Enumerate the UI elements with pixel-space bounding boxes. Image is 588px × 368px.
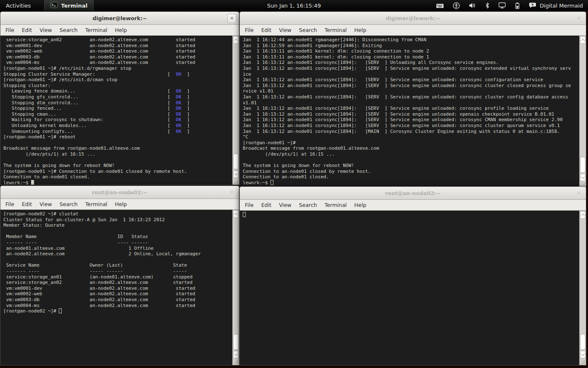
terminal-line: vm:vm0003-db an-node02.alteeve.com start… xyxy=(3,54,231,60)
terminal-line: Jan 1 16:13:12 an-node01 corosync[1894]:… xyxy=(243,66,578,71)
close-button[interactable]: × xyxy=(574,189,583,198)
close-button[interactable]: × xyxy=(227,14,236,23)
terminal-line: Stopping dlm_controld... [ OK ] xyxy=(3,100,231,106)
terminal-line xyxy=(3,140,231,146)
menu-file[interactable]: File xyxy=(241,27,257,33)
menu-help[interactable]: Help xyxy=(351,27,370,33)
scrollbar-trough[interactable] xyxy=(233,44,239,170)
menu-view[interactable]: View xyxy=(275,27,295,33)
menu-file[interactable]: File xyxy=(2,27,18,33)
scrollbar[interactable] xyxy=(579,211,586,365)
terminal-line xyxy=(3,257,231,263)
menu-file[interactable]: File xyxy=(2,201,18,207)
resize-grip[interactable] xyxy=(233,359,239,365)
app-menu-terminal[interactable]: Terminal xyxy=(44,0,94,11)
terminal-line: ^C xyxy=(243,134,578,140)
scrollbar-thumb[interactable] xyxy=(233,334,239,350)
scrollbar-thumb[interactable] xyxy=(233,154,239,169)
terminal-content[interactable] xyxy=(240,211,586,365)
menu-help[interactable]: Help xyxy=(111,201,131,207)
scroll-up-button[interactable] xyxy=(580,36,585,44)
terminal-cursor xyxy=(59,308,62,313)
menu-view[interactable]: View xyxy=(36,27,56,33)
scrollbar-thumb[interactable] xyxy=(580,334,585,350)
terminal-line: Leaving fence domain... [ OK ] xyxy=(3,88,231,94)
terminal-cursor xyxy=(243,212,246,217)
menu-file[interactable]: File xyxy=(241,202,257,208)
terminal-output: service:storage_an02 an-node02.alteeve.c… xyxy=(3,37,231,180)
menu-terminal[interactable]: Terminal xyxy=(321,202,351,208)
menu-search[interactable]: Search xyxy=(56,201,81,207)
terminal-window-bottom-right[interactable]: root@an-node02:~ × File Edit View Search… xyxy=(239,186,586,365)
battery-icon[interactable] xyxy=(514,2,520,9)
terminal-window-top-left[interactable]: digimer@lework:~ × File Edit View Search… xyxy=(0,11,239,185)
desktop[interactable]: { "top_bar": { "activities_label": "Acti… xyxy=(0,0,588,368)
scroll-up-button[interactable] xyxy=(580,211,585,219)
scroll-down-button[interactable] xyxy=(233,170,239,178)
terminal-line: Member Status: Quorate xyxy=(3,222,231,228)
menubar: File Edit View Search Terminal Help xyxy=(0,25,239,36)
scroll-down-button[interactable] xyxy=(233,351,239,358)
activities-button[interactable]: Activities xyxy=(0,0,37,11)
close-button[interactable]: × xyxy=(574,14,583,23)
titlebar[interactable]: digimer@lework:~ × xyxy=(240,12,586,25)
titlebar[interactable]: digimer@lework:~ × xyxy=(0,12,239,25)
close-button[interactable]: × xyxy=(227,188,236,197)
terminal-line: Jan 1 16:13:12 an-node01 corosync[1894]:… xyxy=(243,83,578,89)
prompt-line: lework:~$ xyxy=(243,180,578,186)
menu-search[interactable]: Search xyxy=(295,202,321,208)
scroll-down-button[interactable] xyxy=(580,174,585,181)
menu-view[interactable]: View xyxy=(36,201,56,207)
menu-search[interactable]: Search xyxy=(56,27,81,33)
resize-grip[interactable] xyxy=(233,178,239,185)
scrollbar[interactable] xyxy=(232,36,239,185)
volume-icon[interactable] xyxy=(469,2,476,9)
menu-terminal[interactable]: Terminal xyxy=(81,201,111,207)
keyboard-icon[interactable] xyxy=(436,3,444,9)
menu-terminal[interactable]: Terminal xyxy=(321,27,351,33)
terminal-cursor xyxy=(31,180,34,185)
terminal-app-icon xyxy=(50,2,58,10)
titlebar[interactable]: root@an-node02:~ × xyxy=(0,186,239,199)
terminal-output: [root@an-node02 ~]# clustatCluster Statu… xyxy=(3,211,231,308)
terminal-window-bottom-left[interactable]: root@an-node02:~ × File Edit View Search… xyxy=(0,185,239,365)
resize-grip[interactable] xyxy=(580,359,586,365)
menu-search[interactable]: Search xyxy=(295,27,321,33)
top-bar: Activities Terminal Sun Jan 1, 16:15:49 xyxy=(0,0,588,11)
terminal-content[interactable]: [root@an-node02 ~]# clustatCluster Statu… xyxy=(0,210,239,365)
terminal-line: The system is going down for reboot NOW! xyxy=(243,163,578,169)
terminal-line: [root@an-node01 ~]# Connection to an-nod… xyxy=(3,169,231,175)
menubar: File Edit View Search Terminal Help xyxy=(240,25,586,36)
prompt: lework:~$ xyxy=(3,180,31,185)
scroll-up-button[interactable] xyxy=(233,210,239,218)
scrollbar-trough[interactable] xyxy=(580,219,586,350)
terminal-line: Waiting for corosync to shutdown: [ OK ] xyxy=(3,117,231,123)
bluetooth-icon[interactable] xyxy=(485,2,490,9)
menu-edit[interactable]: Edit xyxy=(257,202,275,208)
scroll-down-button[interactable] xyxy=(580,351,585,358)
terminal-line: Unloading kernel modules... [ OK ] xyxy=(3,123,231,129)
menu-help[interactable]: Help xyxy=(111,27,131,33)
scrollbar[interactable] xyxy=(232,210,239,365)
scrollbar-thumb[interactable] xyxy=(580,157,585,173)
scroll-up-button[interactable] xyxy=(233,36,239,44)
accessibility-icon[interactable] xyxy=(453,2,460,9)
menu-edit[interactable]: Edit xyxy=(18,27,36,33)
display-icon[interactable] xyxy=(499,2,506,9)
menu-view[interactable]: View xyxy=(275,202,295,208)
scrollbar-trough[interactable] xyxy=(580,44,586,173)
scrollbar-trough[interactable] xyxy=(233,218,239,350)
terminal-window-top-right[interactable]: digimer@lework:~ × File Edit View Search… xyxy=(239,11,586,188)
terminal-line: Service Name Owner (Last) State xyxy=(3,262,231,268)
terminal-line: Jan 1 16:12:59 an-node01 rgmanager[2446]… xyxy=(243,43,578,49)
menubar: File Edit View Search Terminal Help xyxy=(0,199,239,210)
terminal-content[interactable]: Jan 1 16:12:44 an-node01 rgmanager[2446]… xyxy=(240,36,586,188)
menu-edit[interactable]: Edit xyxy=(257,27,275,33)
terminal-content[interactable]: service:storage_an02 an-node02.alteeve.c… xyxy=(0,36,239,185)
menu-terminal[interactable]: Terminal xyxy=(81,27,111,33)
user-menu[interactable]: Digital Mermaid xyxy=(529,2,583,9)
scrollbar[interactable] xyxy=(579,36,586,188)
menu-edit[interactable]: Edit xyxy=(18,201,36,207)
titlebar[interactable]: root@an-node02:~ × xyxy=(240,187,586,200)
menu-help[interactable]: Help xyxy=(351,202,370,208)
